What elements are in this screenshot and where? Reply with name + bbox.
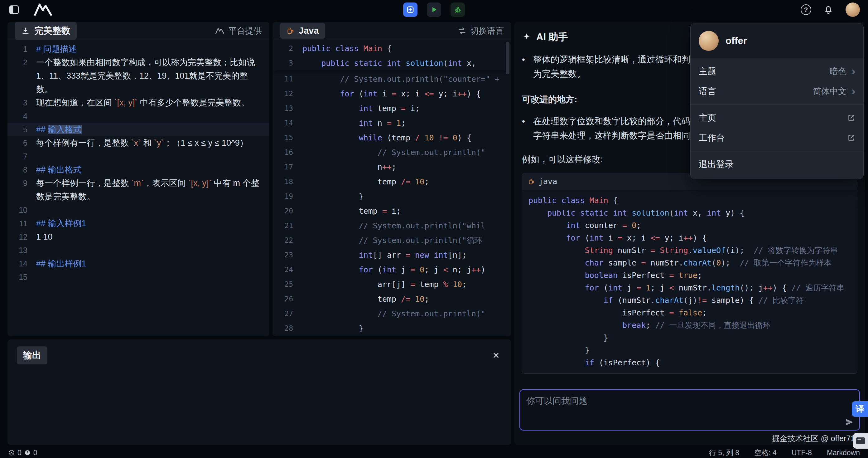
code-token: ( xyxy=(580,233,590,242)
sidebar-toggle-button[interactable] xyxy=(9,5,19,15)
chat-input[interactable] xyxy=(520,390,859,430)
send-icon xyxy=(845,418,854,427)
menu-item-home[interactable]: 主页 xyxy=(691,108,863,128)
code-token: ) xyxy=(481,265,486,274)
code-token: { xyxy=(387,44,392,53)
code-token: `[x, y]` xyxy=(115,98,138,107)
code-token: 中有多少个整数是完美整数。 xyxy=(138,98,250,107)
code-token xyxy=(303,133,359,142)
code-token: isPerfect xyxy=(622,308,670,317)
translate-fab-button[interactable]: 译 xyxy=(852,401,868,417)
encoding-setting[interactable]: UTF-8 xyxy=(792,449,812,457)
sidebar-toggle-icon xyxy=(9,5,19,15)
line-number: 12 xyxy=(273,86,303,101)
code-token xyxy=(410,177,415,186)
code-token: ; xyxy=(646,321,655,330)
code-token xyxy=(303,280,378,289)
menu-item-language[interactable]: 语言简体中文› xyxy=(691,81,863,102)
code-line: 4 xyxy=(7,110,269,123)
code-token: for xyxy=(585,283,599,292)
problem-markdown-editor[interactable]: 1# 问题描述2一个整数如果由相同数字构成，可以称为完美整数；比如说1、11、3… xyxy=(7,40,269,284)
code-line: char sample = numStr.charAt(0); // 取第一个字… xyxy=(528,257,851,269)
code-token: (isPerfect) { xyxy=(594,358,660,367)
code-token: ++ xyxy=(683,233,693,242)
language-mode[interactable]: Markdown xyxy=(827,449,860,457)
code-line: 5## 输入格式 xyxy=(7,123,269,136)
code-token: temp xyxy=(378,294,401,304)
code-token: valueOf xyxy=(693,246,725,255)
bullet-dot: • xyxy=(522,52,533,81)
language-tab-java[interactable]: Java xyxy=(280,23,325,39)
notifications-button[interactable] xyxy=(824,5,833,15)
menu-divider xyxy=(691,105,863,105)
errors-count: 0 xyxy=(18,449,22,457)
code-line: 1# 问题描述 xyxy=(7,42,269,56)
code-line: 27 // System.out.println(" xyxy=(273,306,511,321)
code-line: 28 } xyxy=(273,321,511,336)
line-number: 27 xyxy=(273,306,303,321)
close-output-button[interactable] xyxy=(492,351,500,360)
community-credit: 掘金技术社区 @ offer718 xyxy=(772,433,859,443)
menu-item-theme[interactable]: 主题暗色› xyxy=(691,61,863,81)
code-line: break; // 一旦发现不同，直接退出循环 xyxy=(528,319,851,332)
code-token: numStr xyxy=(646,258,678,267)
extension-fab-button[interactable] xyxy=(853,433,868,449)
code-token: . xyxy=(679,258,683,267)
code-token: / xyxy=(415,133,420,142)
editor-scrollbar-thumb[interactable] xyxy=(506,42,509,74)
debug-button[interactable] xyxy=(451,2,465,17)
code-line: 23 int[] arr = new int[n]; xyxy=(273,248,511,262)
code-line: 24 for (int j = 0; j < n; j++) xyxy=(273,262,511,277)
send-button[interactable] xyxy=(845,418,854,427)
help-icon: ? xyxy=(801,4,811,15)
code-token: solution xyxy=(406,59,443,68)
line-number: 20 xyxy=(273,204,303,219)
code-block-language: java xyxy=(538,177,557,186)
code-token: } xyxy=(585,346,590,355)
code-token xyxy=(608,208,613,218)
cursor-position[interactable]: 行 5, 列 8 xyxy=(709,448,739,458)
code-token: . xyxy=(707,283,712,292)
help-button[interactable]: ? xyxy=(801,4,811,15)
code-token: != xyxy=(439,133,448,142)
code-token xyxy=(641,283,646,292)
code-line: 21 // System.out.println("whil xyxy=(273,219,511,233)
menu-item-workspace[interactable]: 工作台 xyxy=(691,128,863,148)
code-token: y; i xyxy=(660,233,683,242)
problem-title-tab[interactable]: 完美整数 xyxy=(15,22,77,40)
add-button[interactable] xyxy=(403,2,417,17)
code-token: j xyxy=(396,265,410,274)
assistant-code-block: java public class Main { public static i… xyxy=(522,173,858,374)
code-token: ( xyxy=(712,258,716,267)
run-button[interactable] xyxy=(427,2,441,17)
user-menu-header: offer xyxy=(691,23,863,58)
code-token xyxy=(303,163,378,172)
indent-setting[interactable]: 空格: 4 xyxy=(754,448,777,458)
code-token: = xyxy=(401,104,406,113)
code-token: `y` xyxy=(154,138,164,148)
code-token xyxy=(382,44,387,53)
code-token xyxy=(415,265,420,274)
code-token: static xyxy=(580,208,608,218)
user-avatar[interactable] xyxy=(845,2,860,17)
code-token xyxy=(303,251,359,260)
menu-item-label: 主题 xyxy=(699,65,716,77)
output-title-tab[interactable]: 输出 xyxy=(17,346,48,364)
problems-indicator[interactable]: 0 0 xyxy=(8,449,37,457)
menu-item-label: 语言 xyxy=(699,85,716,97)
code-line: 15 xyxy=(7,270,269,284)
code-editor[interactable]: 2public class Main {3 public static int … xyxy=(273,40,511,336)
switch-language-button[interactable]: 切换语言 xyxy=(458,25,504,36)
chevron-right-icon: › xyxy=(851,66,855,77)
menu-item-logout[interactable]: 退出登录 xyxy=(691,154,863,174)
code-token: // 取第一个字符作为样本 xyxy=(740,258,832,267)
code-line: for (int j = 1; j < numStr.length(); j++… xyxy=(528,282,851,294)
menu-item-value: 暗色 xyxy=(830,66,846,77)
user-menu-avatar xyxy=(699,31,719,51)
code-token: i; xyxy=(406,104,420,113)
code-line: 26 temp /= 10; xyxy=(273,292,511,306)
code-token: ; xyxy=(702,308,707,317)
code-token: 每个样例有一行，是整数 xyxy=(36,138,131,148)
code-token: ## 输出格式 xyxy=(36,165,82,174)
code-token: temp xyxy=(373,104,401,113)
